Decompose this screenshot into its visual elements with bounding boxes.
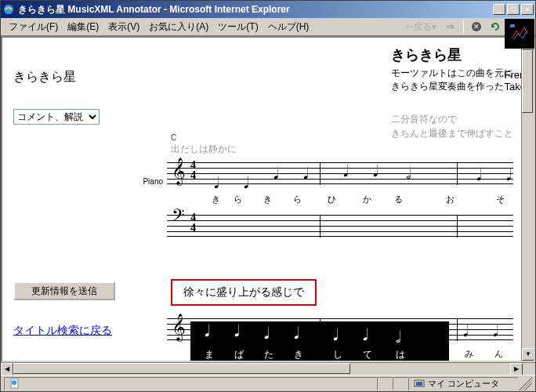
scroll-down-button[interactable]: ▼ (522, 348, 534, 361)
staff-system-2: 𝄞 𝅘𝅥 𝅘𝅥 𝅘𝅥 𝅘𝅥 𝅘𝅥 𝅘𝅥 (132, 314, 521, 361)
lyric: そ (485, 194, 515, 205)
menu-favorites[interactable]: お気に入り(A) (144, 19, 213, 35)
staff-system-1: C 出だしは静かに Piano 𝄞 44 𝅘𝅥 𝅘 (132, 132, 521, 245)
menu-edit[interactable]: 編集(E) (63, 19, 103, 35)
page-icon (9, 378, 20, 389)
svg-point-6 (513, 25, 514, 26)
scroll-right-button[interactable]: ▶ (510, 363, 523, 376)
resize-grip[interactable] (518, 377, 532, 390)
selection-highlight[interactable]: 𝅘𝅥 𝅘𝅥 𝅘𝅥 𝅘𝅥 𝅘𝅥 𝅘𝅥 𝅗𝅥 ま ば た き し (190, 321, 449, 361)
horizontal-scrollbar[interactable]: ◀ ▶ (1, 362, 535, 375)
song-subtitle-1: モーツァルトはこの曲を元に (391, 67, 513, 80)
annotation-box[interactable]: 徐々に盛り上がる感じで (171, 279, 317, 306)
titlebar: きらきら星 MusicXML Annotator - Microsoft Int… (1, 1, 535, 18)
statusbar: マイ コンピュータ (1, 375, 535, 391)
lyric: か (352, 194, 382, 205)
sidebar-title: きらきら星 (13, 69, 121, 85)
song-credits: Fren Take (505, 69, 521, 93)
back-to-search-link[interactable]: タイトル検索に戻る (13, 324, 121, 338)
zone-icon (414, 378, 425, 389)
back-button[interactable]: ⇦ 戻る ▾ (402, 19, 440, 34)
ie-icon (2, 3, 15, 16)
lyric: お (415, 194, 485, 205)
minimize-button[interactable]: _ (493, 4, 505, 15)
time-signature: 44 (190, 160, 196, 181)
time-signature-bass: 44 (190, 212, 196, 234)
instrument-label: Piano (132, 177, 163, 186)
svg-text:✕: ✕ (473, 23, 480, 31)
svg-rect-10 (416, 382, 422, 386)
lyric: ん (494, 348, 503, 360)
song-title: きらきら星 (391, 45, 513, 64)
maximize-button[interactable]: □ (507, 4, 520, 15)
treble-clef-icon: 𝄞 (172, 315, 186, 339)
svg-point-5 (512, 26, 512, 27)
menubar: ファイル(F) 編集(E) 表示(V) お気に入り(A) ツール(T) ヘルプ(… (1, 18, 535, 36)
back-label: 戻る (413, 20, 432, 34)
vertical-scrollbar[interactable]: ▲ ▼ (521, 38, 534, 361)
main-content: きらきら星 モーツァルトはこの曲を元に きらきら星変奏曲を作った Fren Ta… (132, 38, 521, 361)
lyric: る (382, 194, 415, 205)
scroll-thumb[interactable] (522, 50, 533, 113)
close-button[interactable]: × (521, 4, 534, 15)
hscroll-thumb[interactable] (13, 363, 350, 374)
window-title: きらきら星 MusicXML Annotator - Microsoft Int… (18, 3, 493, 16)
stop-button[interactable]: ✕ (469, 19, 484, 34)
treble-clef-icon: 𝄞 (172, 159, 186, 183)
zone-label: マイ コンピュータ (428, 378, 499, 390)
treble-staff: 𝄞 44 𝅘𝅥 𝅘𝅥 𝅘𝅥 𝅘𝅥 𝅘𝅥 𝅘𝅥 (167, 158, 521, 192)
lyric: き (208, 194, 223, 205)
sidebar: きらきら星 コメント、解説 更新情報を送信 タイトル検索に戻る (2, 38, 132, 361)
lyric: ら (282, 194, 312, 205)
expression-marking: 出だしは静かに (171, 143, 521, 156)
bass-staff: 𝄢 44 (167, 210, 521, 245)
lyric: き (252, 194, 282, 205)
lyric: ら (223, 194, 252, 205)
bass-clef-icon: 𝄢 (172, 359, 185, 361)
submit-update-button[interactable]: 更新情報を送信 (13, 281, 115, 300)
notes-row: 𝅘𝅥 𝅘𝅥 𝅘𝅥 𝅘𝅥 𝅘𝅥 𝅘𝅥 𝅗𝅥 𝅘𝅥 𝅘𝅥 (206, 158, 513, 192)
svg-point-0 (4, 5, 13, 14)
lyric: み (465, 348, 473, 360)
ie-throbber (505, 19, 534, 49)
scroll-left-button[interactable]: ◀ (1, 363, 13, 376)
svg-rect-4 (510, 24, 515, 27)
bass-clef-icon: 𝄢 (172, 207, 185, 227)
chord-symbol: C (171, 133, 176, 142)
lyrics-row-1: きらきらひかるおそ (208, 194, 521, 205)
menu-help[interactable]: ヘルプ(H) (263, 19, 314, 35)
menu-file[interactable]: ファイル(F) (4, 19, 63, 35)
annotation-type-select[interactable]: コメント、解説 (13, 109, 100, 125)
menu-tools[interactable]: ツール(T) (213, 19, 263, 35)
song-subtitle: モーツァルトはこの曲を元に きらきら星変奏曲を作った (391, 67, 513, 93)
forward-button[interactable]: ⇨ (443, 19, 458, 34)
lyric: ひ (312, 194, 352, 205)
song-subtitle-2: きらきら星変奏曲を作った (391, 80, 513, 93)
refresh-button[interactable] (487, 19, 503, 34)
menu-view[interactable]: 表示(V) (103, 19, 144, 35)
svg-point-8 (12, 380, 16, 385)
